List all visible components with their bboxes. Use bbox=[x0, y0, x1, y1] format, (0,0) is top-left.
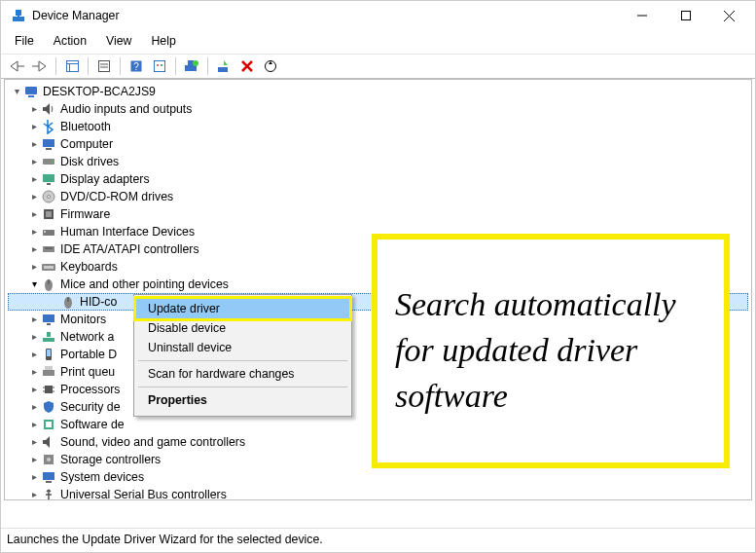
svg-point-68 bbox=[48, 499, 51, 501]
expand-arrow-icon[interactable]: ▸ bbox=[27, 398, 41, 416]
svg-point-36 bbox=[48, 196, 51, 199]
expand-arrow-icon[interactable]: ▸ bbox=[27, 346, 41, 363]
expand-arrow-icon[interactable]: ▸ bbox=[27, 468, 41, 486]
tree-root-label: DESKTOP-BCA2JS9 bbox=[43, 83, 160, 100]
context-menu: Update driver Disable device Uninstall d… bbox=[133, 294, 352, 417]
menu-item-scan[interactable]: Scan for hardware changes bbox=[136, 364, 349, 384]
expand-arrow-icon[interactable]: ▸ bbox=[27, 153, 41, 170]
security-icon bbox=[41, 399, 56, 415]
uninstall-button[interactable] bbox=[236, 55, 258, 77]
toolbar: ? bbox=[1, 54, 755, 79]
svg-rect-9 bbox=[66, 61, 78, 72]
tree-item-firmware[interactable]: ▸Firmware bbox=[8, 205, 748, 223]
toolbar-separator bbox=[88, 57, 89, 75]
expand-arrow-icon[interactable]: ▸ bbox=[27, 451, 41, 468]
tree-item-usb[interactable]: ▸Universal Serial Bus controllers bbox=[8, 486, 748, 500]
svg-point-65 bbox=[47, 458, 51, 461]
svg-rect-67 bbox=[46, 481, 52, 483]
svg-rect-12 bbox=[99, 61, 110, 72]
menubar: File Action View Help bbox=[1, 30, 755, 54]
svg-point-19 bbox=[161, 64, 162, 66]
expand-arrow-icon[interactable]: ▸ bbox=[27, 486, 41, 500]
scan-button[interactable] bbox=[260, 55, 281, 77]
firmware-icon bbox=[41, 206, 56, 222]
svg-rect-17 bbox=[155, 61, 165, 72]
svg-point-32 bbox=[52, 161, 54, 163]
tree-item-system[interactable]: ▸System devices bbox=[8, 468, 748, 486]
network-icon bbox=[41, 329, 56, 345]
action-button[interactable] bbox=[149, 55, 170, 77]
expand-arrow-icon[interactable]: ▸ bbox=[27, 433, 41, 451]
svg-rect-56 bbox=[45, 366, 53, 370]
tree-item-audio[interactable]: ▸Audio inputs and outputs bbox=[8, 100, 748, 118]
expand-arrow-icon[interactable]: ▸ bbox=[27, 328, 41, 346]
svg-rect-27 bbox=[25, 87, 37, 94]
tree-root[interactable]: ▾ DESKTOP-BCA2JS9 bbox=[8, 83, 748, 100]
expand-arrow-icon[interactable]: ▸ bbox=[27, 258, 41, 276]
menu-view[interactable]: View bbox=[98, 32, 139, 50]
expand-arrow-icon[interactable]: ▸ bbox=[27, 381, 41, 398]
expand-arrow-icon[interactable]: ▸ bbox=[27, 118, 41, 135]
menu-item-disable-device[interactable]: Disable device bbox=[136, 318, 349, 338]
properties-button[interactable] bbox=[93, 55, 115, 77]
expand-arrow-icon[interactable]: ▾ bbox=[10, 83, 23, 100]
usb-icon bbox=[41, 487, 56, 500]
tree-item-disk[interactable]: ▸Disk drives bbox=[8, 153, 748, 170]
bluetooth-icon bbox=[41, 119, 56, 134]
svg-rect-2 bbox=[18, 16, 19, 18]
expand-arrow-icon[interactable]: ▸ bbox=[27, 135, 41, 153]
status-text: Launches the Update Driver Wizard for th… bbox=[7, 533, 323, 546]
cpu-icon bbox=[41, 382, 56, 397]
expand-arrow-icon[interactable]: ▸ bbox=[27, 416, 41, 433]
svg-rect-34 bbox=[47, 183, 51, 185]
tree-item-computer[interactable]: ▸Computer bbox=[8, 135, 748, 153]
close-button[interactable] bbox=[707, 1, 751, 30]
minimize-button[interactable] bbox=[620, 1, 664, 30]
expand-arrow-icon[interactable]: ▸ bbox=[27, 223, 41, 240]
menu-item-uninstall-device[interactable]: Uninstall device bbox=[136, 338, 349, 357]
expand-arrow-icon[interactable]: ▸ bbox=[27, 311, 41, 328]
back-button[interactable] bbox=[6, 55, 27, 77]
display-icon bbox=[41, 171, 56, 187]
expand-arrow-icon[interactable]: ▸ bbox=[27, 100, 41, 118]
window-title: Device Manager bbox=[32, 9, 620, 22]
help-button[interactable]: ? bbox=[126, 55, 147, 77]
menu-help[interactable]: Help bbox=[143, 32, 183, 50]
show-hide-tree-button[interactable] bbox=[61, 55, 83, 77]
disk-icon bbox=[41, 154, 56, 169]
forward-button[interactable] bbox=[29, 55, 51, 77]
tree-item-dvd[interactable]: ▸DVD/CD-ROM drives bbox=[8, 188, 748, 205]
toolbar-separator bbox=[175, 57, 176, 75]
svg-rect-51 bbox=[43, 338, 54, 342]
svg-rect-66 bbox=[43, 472, 54, 480]
svg-rect-44 bbox=[44, 266, 54, 269]
svg-point-22 bbox=[193, 60, 198, 66]
maximize-button[interactable] bbox=[664, 1, 707, 30]
mouse-icon bbox=[60, 294, 76, 310]
svg-point-18 bbox=[157, 64, 159, 66]
menu-file[interactable]: File bbox=[7, 32, 42, 50]
tree-item-bluetooth[interactable]: ▸Bluetooth bbox=[8, 118, 748, 135]
menu-action[interactable]: Action bbox=[46, 32, 94, 50]
expand-arrow-icon[interactable]: ▸ bbox=[27, 205, 41, 223]
tree-item-display[interactable]: ▸Display adapters bbox=[8, 170, 748, 188]
audio-icon bbox=[41, 101, 56, 117]
expand-arrow-icon[interactable]: ▸ bbox=[27, 170, 41, 188]
collapse-arrow-icon[interactable]: ▾ bbox=[27, 276, 41, 293]
expand-arrow-icon[interactable]: ▸ bbox=[27, 188, 41, 205]
svg-rect-49 bbox=[43, 314, 54, 322]
svg-rect-55 bbox=[43, 370, 54, 376]
svg-rect-1 bbox=[16, 10, 21, 16]
monitor-icon bbox=[41, 136, 56, 152]
update-driver-button[interactable] bbox=[181, 55, 202, 77]
svg-rect-28 bbox=[28, 95, 34, 97]
enable-button[interactable] bbox=[213, 55, 234, 77]
menu-divider bbox=[138, 360, 347, 361]
menu-item-properties[interactable]: Properties bbox=[136, 390, 349, 410]
toolbar-separator bbox=[55, 57, 56, 75]
titlebar: Device Manager bbox=[1, 1, 755, 30]
expand-arrow-icon[interactable]: ▸ bbox=[27, 363, 41, 381]
expand-arrow-icon[interactable]: ▸ bbox=[27, 240, 41, 258]
svg-rect-20 bbox=[185, 65, 197, 71]
toolbar-separator bbox=[120, 57, 121, 75]
